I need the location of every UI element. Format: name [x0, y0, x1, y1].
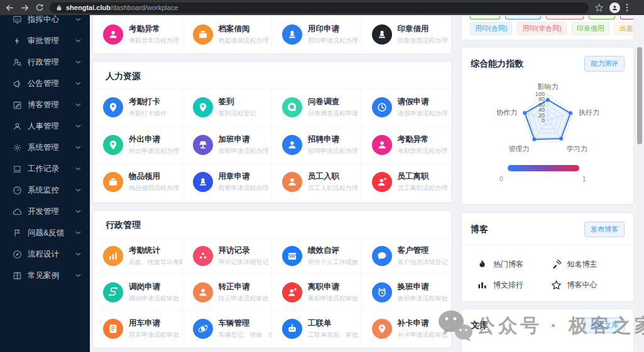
service-title: 请假申请	[398, 97, 448, 107]
forward-icon[interactable]	[20, 3, 30, 13]
service-subtitle: 员工离职流程办理	[398, 184, 448, 193]
user-search-icon	[13, 58, 22, 67]
service-item[interactable]: 用印申请用印申请流程办理	[272, 16, 362, 53]
service-item[interactable]: 员工入职员工入职流程办理	[272, 163, 362, 201]
sidebar-item[interactable]: 人事管理	[0, 115, 90, 137]
seal-tag[interactable]: 用印(合同)	[470, 22, 512, 35]
service-subtitle: 物品领用流程办理	[129, 184, 179, 193]
profile-avatar[interactable]	[609, 3, 620, 13]
library-search-button[interactable]: 检索文库	[584, 317, 625, 333]
service-item[interactable]: 换班申请换班申请流程审批	[362, 274, 452, 310]
service-item[interactable]: 物品领用物品领用流程办理	[93, 163, 183, 201]
svg-text:学习力: 学习力	[567, 145, 587, 152]
seal-tag[interactable]: 出差申请	[614, 22, 633, 35]
fire-icon	[477, 259, 488, 270]
sidebar-item-label: 开发管理	[28, 206, 75, 217]
service-item[interactable]: 招聘申请招聘申请流程办理	[272, 126, 362, 164]
car-icon	[103, 319, 123, 339]
service-item[interactable]: 车辆管理车辆登记、维修、保养	[183, 310, 273, 346]
service-item[interactable]: 考勤打卡考勤打卡操作	[93, 88, 183, 126]
chat-icon	[372, 246, 392, 266]
service-item[interactable]: 调岗申请调岗申请流程审批	[93, 274, 183, 310]
sidebar-item[interactable]: 问题&反馈	[0, 222, 90, 243]
bookmark-star-icon[interactable]	[594, 3, 604, 13]
service-item[interactable]: 问卷调查问卷调查流程申请	[272, 88, 362, 126]
reload-icon[interactable]	[35, 3, 44, 12]
section-title-hr: 人力资源	[106, 71, 439, 82]
service-subtitle: 签到流程登记	[219, 109, 256, 118]
service-item[interactable]: 印章借用印章借用流程办理	[362, 16, 452, 53]
menu-dots-icon[interactable]	[626, 3, 628, 12]
service-item[interactable]: 绩效自评评价个人工作绩效	[272, 237, 362, 274]
url-domain: shengtai.club	[66, 4, 111, 11]
service-item[interactable]: 用车申请用车申请流程审批	[93, 310, 183, 346]
scrollbar-thumb[interactable]	[637, 47, 642, 144]
service-title: 换班申请	[398, 282, 448, 292]
chart-icon	[13, 15, 22, 24]
service-item[interactable]: 转正申请转正申请流程审批	[183, 274, 273, 310]
blog-link[interactable]: 博文排行	[477, 280, 545, 291]
back-icon[interactable]	[5, 3, 14, 13]
service-item[interactable]: 工联单工联单发起、审批、	[272, 310, 362, 346]
sidebar-item[interactable]: 行政管理	[0, 51, 90, 73]
service-item[interactable]: 客户管理客户信息详情登记	[362, 237, 452, 274]
quick-actions-panel: 考勤异常考勤异常流程办理档案借阅档案借阅流程办理用印申请用印申请流程办理印章借用…	[93, 16, 451, 53]
sidebar-item[interactable]: 指挥中心	[0, 15, 90, 30]
service-item[interactable]: 签到签到流程登记	[183, 88, 273, 126]
service-item[interactable]: 考勤异常考勤异常流程办理	[362, 126, 452, 164]
pin-icon	[103, 97, 123, 117]
url-bar[interactable]: shengtai.club/dashboard/workplace	[50, 3, 589, 13]
stamp-icon	[282, 24, 302, 45]
service-item[interactable]: 拜访记录拜访记录详细登记	[183, 237, 273, 274]
visualmap-max-label: 1	[582, 176, 586, 183]
service-item[interactable]: 请假申请请假申请流程办理	[362, 88, 452, 126]
service-item[interactable]: 离职申请离职申请流程审批	[272, 274, 362, 310]
sidebar-item[interactable]: 流程设计	[0, 243, 90, 265]
service-item[interactable]: 用章申请用章申请流程办理	[183, 163, 273, 201]
service-item[interactable]: 员工离职员工离职流程办理	[362, 163, 452, 201]
sidebar-item[interactable]: 开发管理	[0, 201, 90, 222]
svg-text:执行力: 执行力	[579, 109, 599, 116]
visualmap-gradient-bar	[508, 165, 579, 171]
sidebar-item-label: 博客管理	[28, 100, 75, 110]
sidebar-item-label: 审批管理	[28, 36, 75, 46]
chevron-down-icon	[75, 231, 81, 235]
service-item[interactable]: 考勤统计高效、快捷导出考勤	[93, 237, 183, 274]
sidebar-item[interactable]: 公告管理	[0, 73, 90, 94]
sidebar-item[interactable]: 系统监控	[0, 179, 90, 201]
page-scrollbar[interactable]	[637, 15, 642, 352]
service-subtitle: 拜访记录详细登记	[219, 258, 269, 267]
nib-icon	[551, 259, 562, 270]
service-item[interactable]: 外出申请外出申请流程办理	[93, 126, 183, 164]
announcement-icon	[13, 79, 22, 88]
publish-blog-button[interactable]: 发布博客	[584, 221, 625, 237]
sidebar-item[interactable]: 常见案例	[0, 265, 90, 286]
service-item[interactable]: 加班申请加班申请流程办理	[183, 126, 273, 164]
main-content: 考勤异常考勤异常流程办理档案借阅档案借阅流程办理用印申请用印申请流程办理印章借用…	[90, 15, 644, 352]
sidebar-item[interactable]: 审批管理	[0, 30, 90, 51]
sidebar-item[interactable]: 工作记录	[0, 158, 90, 179]
sidebar-item[interactable]: 系统管理	[0, 137, 90, 158]
service-item[interactable]: 考勤异常考勤异常流程办理	[93, 16, 183, 53]
user-icon	[372, 135, 392, 155]
blog-link[interactable]: 博客中心	[551, 280, 619, 291]
service-subtitle: 换班申请流程审批	[398, 294, 448, 303]
sidebar-item-label: 系统监控	[28, 185, 75, 196]
sidebar-item[interactable]: 博客管理	[0, 94, 90, 115]
chevron-down-icon	[75, 103, 81, 107]
seal-tags-panel: 用印(合同)用印(非合同)印章借用出差申请	[462, 16, 633, 40]
clock-icon	[372, 97, 392, 117]
svg-text:管理力: 管理力	[508, 145, 529, 152]
laptop-icon	[13, 164, 22, 174]
blog-link[interactable]: 热门博客	[477, 259, 545, 270]
seal-tag[interactable]: 用印(非合同)	[517, 22, 566, 35]
seal-tag[interactable]: 印章借用	[572, 22, 609, 35]
service-item[interactable]: 补卡申请补卡申请流程审批	[362, 310, 452, 346]
service-item[interactable]: 档案借阅档案借阅流程办理	[183, 16, 273, 53]
user-icon	[282, 135, 302, 155]
pin-icon	[103, 135, 123, 155]
blog-link[interactable]: 知名博主	[551, 259, 619, 270]
service-subtitle: 离职申请流程审批	[308, 294, 358, 303]
service-subtitle: 补卡申请流程审批	[398, 331, 448, 339]
ability-panel: 综合能力指数 能力测评 100806040200影响力执行力学习力管理力协作力 …	[462, 48, 633, 204]
